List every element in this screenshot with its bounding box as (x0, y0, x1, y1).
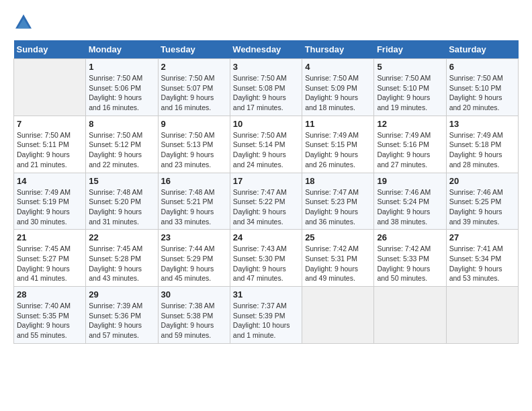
calendar-cell: 29Sunrise: 7:39 AMSunset: 5:36 PMDayligh… (86, 287, 158, 344)
day-number: 9 (161, 119, 227, 129)
calendar-cell: 6Sunrise: 7:50 AMSunset: 5:10 PMDaylight… (446, 59, 518, 116)
calendar-cell: 31Sunrise: 7:37 AMSunset: 5:39 PMDayligh… (230, 287, 302, 344)
weekday-header-monday: Monday (86, 40, 158, 59)
calendar-cell: 19Sunrise: 7:46 AMSunset: 5:24 PMDayligh… (374, 173, 446, 230)
day-number: 2 (161, 62, 227, 72)
cell-info: Sunrise: 7:46 AMSunset: 5:25 PMDaylight:… (449, 187, 515, 227)
day-number: 10 (233, 119, 299, 129)
calendar-cell: 20Sunrise: 7:46 AMSunset: 5:25 PMDayligh… (446, 173, 518, 230)
day-number: 26 (377, 232, 443, 242)
cell-info: Sunrise: 7:43 AMSunset: 5:30 PMDaylight:… (233, 244, 299, 283)
cell-info: Sunrise: 7:45 AMSunset: 5:28 PMDaylight:… (89, 244, 154, 283)
cell-info: Sunrise: 7:39 AMSunset: 5:36 PMDaylight:… (89, 301, 154, 340)
day-number: 25 (305, 232, 371, 242)
calendar-cell: 21Sunrise: 7:45 AMSunset: 5:27 PMDayligh… (14, 230, 86, 287)
logo (13, 13, 36, 34)
page-header (13, 13, 519, 34)
weekday-header-wednesday: Wednesday (230, 40, 302, 59)
cell-info: Sunrise: 7:50 AMSunset: 5:07 PMDaylight:… (161, 73, 227, 113)
cell-info: Sunrise: 7:47 AMSunset: 5:23 PMDaylight:… (305, 187, 371, 227)
cell-info: Sunrise: 7:38 AMSunset: 5:38 PMDaylight:… (161, 301, 227, 340)
logo-icon (13, 13, 34, 34)
day-number: 28 (17, 289, 83, 300)
day-number: 13 (449, 119, 515, 129)
day-number: 22 (89, 232, 154, 242)
weekday-header-thursday: Thursday (302, 40, 374, 59)
calendar-cell: 26Sunrise: 7:42 AMSunset: 5:33 PMDayligh… (374, 230, 446, 287)
calendar-cell: 25Sunrise: 7:42 AMSunset: 5:31 PMDayligh… (302, 230, 374, 287)
cell-info: Sunrise: 7:49 AMSunset: 5:15 PMDaylight:… (305, 130, 371, 170)
cell-info: Sunrise: 7:48 AMSunset: 5:20 PMDaylight:… (89, 187, 154, 227)
calendar-cell: 22Sunrise: 7:45 AMSunset: 5:28 PMDayligh… (86, 230, 158, 287)
weekday-header-sunday: Sunday (14, 40, 86, 59)
calendar-week-2: 7Sunrise: 7:50 AMSunset: 5:11 PMDaylight… (14, 116, 519, 173)
day-number: 6 (449, 62, 515, 72)
day-number: 12 (377, 119, 443, 129)
day-number: 11 (305, 119, 371, 129)
cell-info: Sunrise: 7:46 AMSunset: 5:24 PMDaylight:… (377, 187, 443, 227)
calendar-week-5: 28Sunrise: 7:40 AMSunset: 5:35 PMDayligh… (14, 287, 519, 344)
calendar-cell: 1Sunrise: 7:50 AMSunset: 5:06 PMDaylight… (86, 59, 158, 116)
weekday-header-tuesday: Tuesday (158, 40, 230, 59)
calendar-cell (374, 287, 446, 344)
cell-info: Sunrise: 7:50 AMSunset: 5:14 PMDaylight:… (233, 130, 299, 170)
calendar-cell: 30Sunrise: 7:38 AMSunset: 5:38 PMDayligh… (158, 287, 230, 344)
cell-info: Sunrise: 7:37 AMSunset: 5:39 PMDaylight:… (233, 301, 299, 340)
calendar-cell: 4Sunrise: 7:50 AMSunset: 5:09 PMDaylight… (302, 59, 374, 116)
calendar-cell: 3Sunrise: 7:50 AMSunset: 5:08 PMDaylight… (230, 59, 302, 116)
day-number: 15 (89, 176, 154, 186)
calendar-cell (14, 59, 86, 116)
day-number: 17 (233, 176, 299, 186)
cell-info: Sunrise: 7:44 AMSunset: 5:29 PMDaylight:… (161, 244, 227, 283)
day-number: 31 (233, 289, 299, 300)
day-number: 7 (17, 119, 83, 129)
day-number: 29 (89, 289, 154, 300)
calendar-table: SundayMondayTuesdayWednesdayThursdayFrid… (13, 40, 519, 344)
cell-info: Sunrise: 7:48 AMSunset: 5:21 PMDaylight:… (161, 187, 227, 227)
cell-info: Sunrise: 7:50 AMSunset: 5:10 PMDaylight:… (377, 73, 443, 113)
calendar-cell: 11Sunrise: 7:49 AMSunset: 5:15 PMDayligh… (302, 116, 374, 173)
day-number: 23 (161, 232, 227, 242)
calendar-week-1: 1Sunrise: 7:50 AMSunset: 5:06 PMDaylight… (14, 59, 519, 116)
cell-info: Sunrise: 7:50 AMSunset: 5:13 PMDaylight:… (161, 130, 227, 170)
weekday-header-row: SundayMondayTuesdayWednesdayThursdayFrid… (14, 40, 519, 59)
cell-info: Sunrise: 7:42 AMSunset: 5:31 PMDaylight:… (305, 244, 371, 283)
cell-info: Sunrise: 7:50 AMSunset: 5:06 PMDaylight:… (89, 73, 154, 113)
calendar-cell: 23Sunrise: 7:44 AMSunset: 5:29 PMDayligh… (158, 230, 230, 287)
cell-info: Sunrise: 7:47 AMSunset: 5:22 PMDaylight:… (233, 187, 299, 227)
calendar-week-3: 14Sunrise: 7:49 AMSunset: 5:19 PMDayligh… (14, 173, 519, 230)
day-number: 27 (449, 232, 515, 242)
calendar-cell: 13Sunrise: 7:49 AMSunset: 5:18 PMDayligh… (446, 116, 518, 173)
day-number: 5 (377, 62, 443, 72)
day-number: 1 (89, 62, 154, 72)
day-number: 18 (305, 176, 371, 186)
cell-info: Sunrise: 7:45 AMSunset: 5:27 PMDaylight:… (17, 244, 83, 283)
calendar-cell: 10Sunrise: 7:50 AMSunset: 5:14 PMDayligh… (230, 116, 302, 173)
day-number: 24 (233, 232, 299, 242)
cell-info: Sunrise: 7:42 AMSunset: 5:33 PMDaylight:… (377, 244, 443, 283)
calendar-body: 1Sunrise: 7:50 AMSunset: 5:06 PMDaylight… (14, 59, 519, 344)
cell-info: Sunrise: 7:50 AMSunset: 5:09 PMDaylight:… (305, 73, 371, 113)
calendar-cell: 5Sunrise: 7:50 AMSunset: 5:10 PMDaylight… (374, 59, 446, 116)
day-number: 20 (449, 176, 515, 186)
calendar-week-4: 21Sunrise: 7:45 AMSunset: 5:27 PMDayligh… (14, 230, 519, 287)
day-number: 3 (233, 62, 299, 72)
day-number: 21 (17, 232, 83, 242)
cell-info: Sunrise: 7:49 AMSunset: 5:16 PMDaylight:… (377, 130, 443, 170)
weekday-header-saturday: Saturday (446, 40, 518, 59)
calendar-cell: 15Sunrise: 7:48 AMSunset: 5:20 PMDayligh… (86, 173, 158, 230)
cell-info: Sunrise: 7:49 AMSunset: 5:18 PMDaylight:… (449, 130, 515, 170)
calendar-cell: 16Sunrise: 7:48 AMSunset: 5:21 PMDayligh… (158, 173, 230, 230)
calendar-cell: 27Sunrise: 7:41 AMSunset: 5:34 PMDayligh… (446, 230, 518, 287)
cell-info: Sunrise: 7:50 AMSunset: 5:08 PMDaylight:… (233, 73, 299, 113)
weekday-header-friday: Friday (374, 40, 446, 59)
calendar-cell: 24Sunrise: 7:43 AMSunset: 5:30 PMDayligh… (230, 230, 302, 287)
calendar-cell: 17Sunrise: 7:47 AMSunset: 5:22 PMDayligh… (230, 173, 302, 230)
calendar-cell: 18Sunrise: 7:47 AMSunset: 5:23 PMDayligh… (302, 173, 374, 230)
calendar-cell: 7Sunrise: 7:50 AMSunset: 5:11 PMDaylight… (14, 116, 86, 173)
cell-info: Sunrise: 7:50 AMSunset: 5:10 PMDaylight:… (449, 73, 515, 113)
cell-info: Sunrise: 7:49 AMSunset: 5:19 PMDaylight:… (17, 187, 83, 227)
cell-info: Sunrise: 7:50 AMSunset: 5:12 PMDaylight:… (89, 130, 154, 170)
calendar-cell: 8Sunrise: 7:50 AMSunset: 5:12 PMDaylight… (86, 116, 158, 173)
calendar-cell: 28Sunrise: 7:40 AMSunset: 5:35 PMDayligh… (14, 287, 86, 344)
